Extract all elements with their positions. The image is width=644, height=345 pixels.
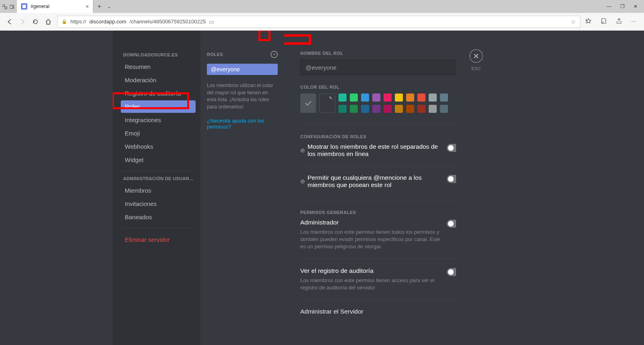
new-tab-button[interactable]: + <box>93 3 105 10</box>
role-item-everyone[interactable]: @everyone <box>207 64 278 75</box>
more-icon[interactable]: ··· <box>631 18 636 25</box>
close-column: ESC <box>456 31 496 345</box>
favorite-icon[interactable]: ☆ <box>571 19 576 25</box>
sidebar-item-integraciones[interactable]: Integraciones <box>121 114 196 126</box>
color-swatch[interactable] <box>417 94 425 102</box>
roles-column: ROLES + @everyone Los miembros utilizan … <box>200 31 284 345</box>
default-color-swatch[interactable] <box>300 94 316 113</box>
sidebar-item-webhooks[interactable]: Webhooks <box>121 140 196 153</box>
display-separate-toggle[interactable] <box>447 144 456 152</box>
annotation-arrow <box>284 31 332 52</box>
color-swatch[interactable] <box>339 94 347 102</box>
sidebar-item-widget[interactable]: Widget <box>121 154 196 166</box>
display-separate-title: Mostrar los miembros de este rol separad… <box>308 143 440 158</box>
custom-color-picker[interactable]: ✎ <box>319 94 335 113</box>
notes-icon[interactable] <box>601 18 607 25</box>
perm-admin-title: Administrador <box>300 219 339 226</box>
server-name-header: DOWNLOADOSURCE.ES <box>123 52 196 57</box>
color-swatch[interactable] <box>372 105 380 113</box>
allow-mention-toggle[interactable] <box>447 175 456 183</box>
pencil-icon: ✎ <box>329 96 332 101</box>
color-swatch[interactable] <box>417 105 425 113</box>
forbidden-icon: ⊘ <box>300 147 305 154</box>
url-host: discordapp.com <box>89 19 126 25</box>
color-swatch[interactable] <box>406 94 414 102</box>
add-role-button[interactable]: + <box>270 51 278 58</box>
role-config-label: CONFIGURACIÓN DE ROLES <box>300 134 448 139</box>
color-swatch[interactable] <box>350 94 358 102</box>
settings-sidebar: DOWNLOADOSURCE.ES Resumen Moderación Reg… <box>113 31 200 345</box>
color-swatch[interactable] <box>339 105 347 113</box>
color-swatch[interactable] <box>395 94 403 102</box>
color-swatch[interactable] <box>440 105 448 113</box>
perm-audit-toggle[interactable] <box>447 268 456 276</box>
color-swatch[interactable] <box>384 94 392 102</box>
sidebar-item-miembros[interactable]: Miembros <box>121 184 196 197</box>
browser-titlebar: #general × + ⌄ — ❐ ✕ <box>0 0 644 13</box>
sidebar-item-invitaciones[interactable]: Invitaciones <box>121 197 196 210</box>
tab-dropdown-icon[interactable]: ⌄ <box>105 4 111 9</box>
nav-refresh-icon[interactable] <box>31 19 39 25</box>
url-path: /channels/485006759250100225 <box>130 19 206 25</box>
sidebar-item-roles[interactable]: Roles <box>121 100 196 113</box>
right-gutter <box>496 31 644 345</box>
nav-forward-icon[interactable] <box>19 19 27 25</box>
set-aside-tabs-icon[interactable] <box>10 4 14 9</box>
svg-rect-0 <box>2 4 4 6</box>
sidebar-item-baneados[interactable]: Baneados <box>121 211 196 223</box>
color-swatch[interactable] <box>384 105 392 113</box>
permissions-help-link[interactable]: ¿Necesita ayuda con los permisos? <box>207 118 278 130</box>
minimize-window-icon[interactable]: — <box>607 4 611 9</box>
browser-navbar: 🔒 https://discordapp.com/channels/485006… <box>0 13 644 31</box>
sidebar-item-delete-server[interactable]: Eliminar servidor <box>121 233 196 246</box>
discord-favicon-icon <box>21 3 27 10</box>
browser-tab[interactable]: #general × <box>17 0 93 13</box>
url-prefix: https:// <box>70 19 86 25</box>
forbidden-icon: ⊘ <box>300 178 305 185</box>
esc-label: ESC <box>471 66 481 71</box>
color-swatch[interactable] <box>406 105 414 113</box>
roles-header: ROLES <box>207 52 223 57</box>
tab-title: #general <box>31 4 50 9</box>
nav-home-icon[interactable] <box>44 19 52 25</box>
close-window-icon[interactable]: ✕ <box>634 4 638 9</box>
favorites-icon[interactable] <box>585 18 592 25</box>
sidebar-item-registro[interactable]: Registro de auditoría <box>121 87 196 100</box>
annotation-add-button-highlight <box>258 31 270 41</box>
general-perms-label: PERMISOS GENERALES <box>300 210 448 215</box>
perm-admin-toggle[interactable] <box>447 220 456 228</box>
nav-back-icon[interactable] <box>6 19 14 25</box>
maximize-window-icon[interactable]: ❐ <box>620 4 625 9</box>
role-color-label: COLOR DEL ROL <box>300 85 448 89</box>
recent-tabs-icon[interactable] <box>2 4 7 9</box>
role-settings-panel: NOMBRE DEL ROL @everyone COLOR DEL ROL ✎… <box>284 31 456 345</box>
perm-admin-desc: Los miembros con este permiso tienen tod… <box>300 229 440 251</box>
svg-marker-3 <box>284 31 310 48</box>
share-icon[interactable] <box>616 18 622 25</box>
roles-help-text: Los miembros utilizan el color del mayor… <box>207 82 278 110</box>
svg-rect-1 <box>5 7 7 9</box>
sidebar-item-resumen[interactable]: Resumen <box>121 60 196 73</box>
admin-header: ADMINISTRACIÓN DE USUAR... <box>123 176 196 181</box>
lock-icon: 🔒 <box>62 19 67 24</box>
perm-manage-server-title: Administrar el Servidor <box>300 308 363 315</box>
color-swatch[interactable] <box>372 94 380 102</box>
close-tab-icon[interactable]: × <box>86 3 89 10</box>
color-swatch[interactable] <box>350 105 358 113</box>
url-input[interactable]: 🔒 https://discordapp.com/channels/485006… <box>57 16 580 28</box>
color-swatch[interactable] <box>361 105 369 113</box>
color-swatch[interactable] <box>395 105 403 113</box>
role-name-input[interactable]: @everyone <box>300 60 456 75</box>
left-gutter <box>0 31 113 345</box>
allow-mention-title: Permitir que cualquiera @mencione a los … <box>308 174 440 189</box>
perm-audit-title: Ver el registro de auditoría <box>300 267 374 274</box>
sidebar-item-moderacion[interactable]: Moderación <box>121 74 196 86</box>
perm-audit-desc: Los miembros con este permiso tienen acc… <box>300 277 440 291</box>
color-swatch[interactable] <box>361 94 369 102</box>
color-swatch[interactable] <box>440 94 448 102</box>
color-swatch[interactable] <box>429 105 437 113</box>
sidebar-item-emoji[interactable]: Emoji <box>121 127 196 139</box>
reading-view-icon[interactable]: ▭ <box>209 19 214 25</box>
color-swatch[interactable] <box>429 94 437 102</box>
close-settings-button[interactable] <box>469 49 483 63</box>
